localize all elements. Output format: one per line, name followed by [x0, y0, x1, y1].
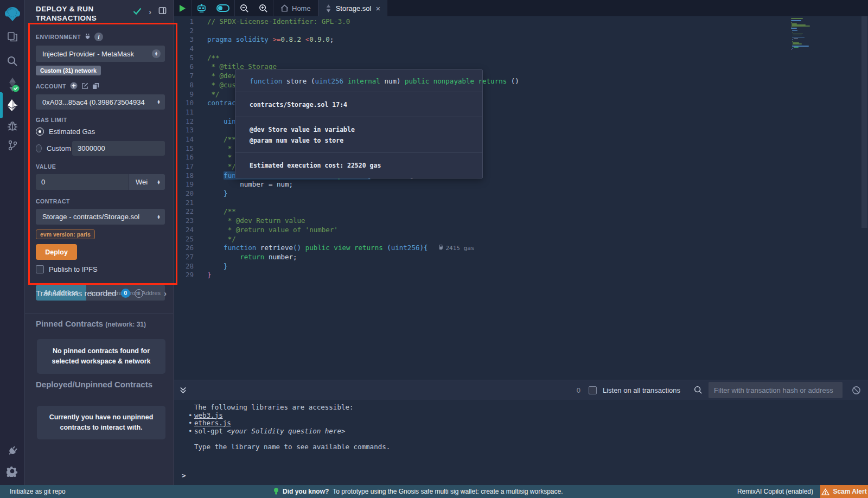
environment-info-icon[interactable]: i: [94, 33, 103, 41]
tooltip-function-signature: function store (uint256 internal num) pu…: [235, 70, 482, 92]
minimap-line: [791, 20, 801, 21]
line-number: 2: [174, 27, 202, 36]
pinned-network-note: (network: 31): [105, 321, 146, 328]
code-token: view: [334, 244, 350, 252]
tip-text: To prototype using the Gnosis safe multi…: [333, 488, 563, 495]
terminal[interactable]: The following libraries are accessible:w…: [174, 400, 868, 485]
code-token: [350, 244, 354, 252]
transactions-recorded-label: Transactions recorded: [36, 289, 117, 298]
main-area: Home Storage.sol × 1// SPDX-License-Iden…: [174, 0, 868, 485]
code-token: [282, 77, 286, 85]
value-input[interactable]: [36, 174, 129, 190]
estimated-gas-radio[interactable]: [36, 127, 44, 136]
tooltip-doc-line: @param num value to store: [250, 135, 475, 146]
home-tab[interactable]: Home: [273, 0, 318, 16]
clear-console-icon[interactable]: [852, 386, 861, 395]
panel-title: DEPLOY & RUN TRANSACTIONS: [36, 5, 123, 23]
code-token: [474, 77, 478, 85]
code-token: (: [387, 244, 391, 252]
tab-storage-sol[interactable]: Storage.sol ×: [318, 0, 388, 16]
editor-toolbar: Home Storage.sol ×: [174, 0, 868, 16]
pin-panel-icon[interactable]: [158, 7, 167, 17]
zoom-in-icon[interactable]: [254, 0, 273, 16]
zoom-out-icon[interactable]: [235, 0, 254, 16]
code-token: [207, 189, 224, 197]
custom-gas-input[interactable]: [72, 141, 165, 156]
code-token: solidity: [236, 35, 269, 43]
code-line: 22 /**: [174, 207, 868, 216]
copilot-status[interactable]: RemixAI Copilot (enabled): [737, 488, 813, 495]
plugin-manager-icon[interactable]: [0, 440, 24, 460]
copilot-toggle[interactable]: [212, 0, 234, 16]
transactions-info-icon[interactable]: i: [135, 289, 143, 298]
contract-select[interactable]: Storage - contracts/Storage.sol ▲▼: [36, 209, 165, 225]
terminal-library-link[interactable]: web3.js: [194, 411, 223, 419]
code-line: 23 * @dev Return value: [174, 216, 868, 226]
code-token: return: [240, 253, 264, 261]
contract-value: Storage - contracts/Storage.sol: [42, 213, 157, 221]
contract-label: CONTRACT: [36, 198, 70, 205]
code-token: nonpayable: [433, 77, 474, 85]
git-init-status[interactable]: Initialize as git repo: [0, 488, 66, 495]
tab-label: Storage.sol: [336, 4, 372, 12]
git-icon[interactable]: [0, 136, 24, 155]
code-line: 25 */: [174, 235, 868, 244]
line-number: 19: [174, 180, 202, 189]
value-unit-select[interactable]: Wei ▲▼: [129, 174, 165, 190]
terminal-filter-input[interactable]: [709, 382, 843, 398]
ai-copilot-robot-icon[interactable]: [192, 0, 212, 16]
terminal-collapse-icon[interactable]: [174, 386, 192, 394]
collapse-panel-chevron-icon[interactable]: ›: [149, 8, 151, 16]
debugger-icon[interactable]: [0, 116, 24, 136]
value-label: VALUE: [36, 163, 56, 170]
remix-logo-icon[interactable]: [0, 3, 24, 25]
code-line: 5/**: [174, 54, 868, 63]
terminal-line: Type the library name to see available c…: [174, 443, 868, 451]
deploy-and-run-icon[interactable]: [0, 95, 24, 115]
account-value: 0xA03...85ac4 (0.398673504934: [42, 98, 157, 106]
settings-gear-icon[interactable]: [0, 461, 24, 481]
code-token: >=: [272, 35, 280, 43]
code-token: ): [397, 77, 405, 85]
code-token: num: [384, 77, 397, 85]
terminal-prompt[interactable]: >: [182, 471, 186, 480]
line-number: 15: [174, 144, 202, 154]
value-unit: Wei: [136, 178, 157, 186]
code-token: [232, 35, 236, 43]
scam-alert-button[interactable]: Scam Alert: [820, 485, 868, 498]
add-account-icon[interactable]: [70, 82, 78, 91]
listen-all-checkbox[interactable]: [589, 386, 597, 394]
tab-close-icon[interactable]: ×: [375, 4, 380, 13]
pinned-contracts-heading: Pinned Contracts (network: 31): [36, 319, 146, 328]
minimap-line: [793, 43, 802, 44]
environment-stepper-icon: ▲▼: [152, 49, 161, 58]
code-token: }: [224, 262, 228, 270]
home-icon: [280, 4, 289, 12]
code-line: 24 * @return value of 'number': [174, 226, 868, 235]
environment-plug-icon[interactable]: [85, 33, 91, 41]
line-number: 21: [174, 199, 202, 208]
deploy-button[interactable]: Deploy: [36, 244, 77, 260]
environment-select[interactable]: Injected Provider - MetaMask ▲▼: [36, 46, 165, 62]
code-editor[interactable]: 1// SPDX-License-Identifier: GPL-3.023pr…: [174, 16, 868, 380]
minimap-line: [792, 30, 797, 31]
publish-ipfs-checkbox[interactable]: [36, 265, 44, 273]
transactions-expand-chevron-icon[interactable]: ›: [164, 289, 167, 298]
edit-account-icon[interactable]: [81, 82, 88, 91]
editor-scrollbar[interactable]: [861, 16, 867, 228]
file-explorer-icon[interactable]: [0, 27, 24, 47]
terminal-search-icon[interactable]: [694, 386, 703, 394]
search-icon[interactable]: [0, 51, 24, 71]
code-token: [207, 262, 224, 270]
code-token: ): [419, 244, 424, 252]
estimated-gas-label: Estimated Gas: [49, 127, 95, 136]
solidity-compiler-icon[interactable]: [0, 75, 24, 94]
terminal-library-link[interactable]: ethers.js: [194, 419, 231, 427]
account-select[interactable]: 0xA03...85ac4 (0.398673504934 ▲▼: [36, 94, 165, 110]
run-script-play-icon[interactable]: [174, 0, 191, 16]
custom-gas-radio[interactable]: [36, 144, 42, 152]
code-line: 29}: [174, 271, 868, 280]
panel-divider: [25, 314, 173, 314]
terminal-line: [174, 435, 868, 443]
copy-account-icon[interactable]: [92, 82, 99, 91]
